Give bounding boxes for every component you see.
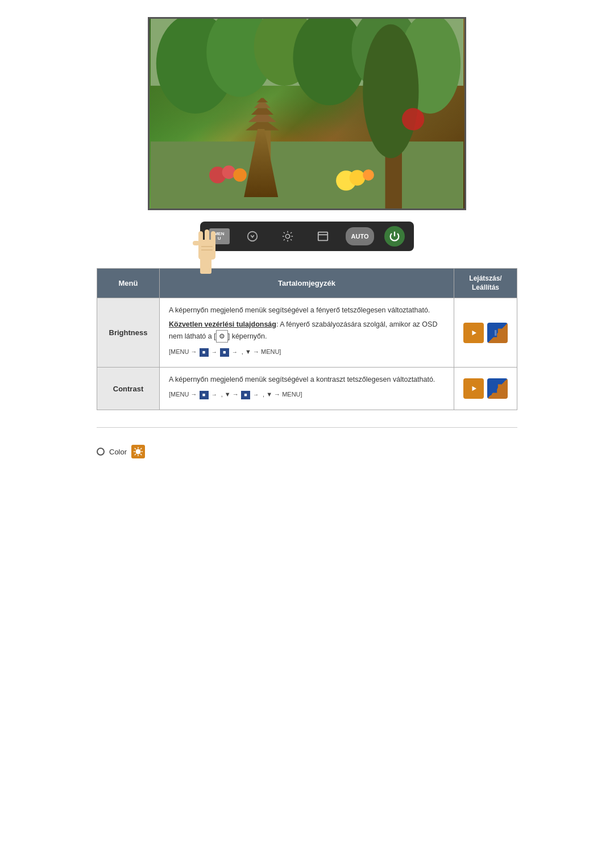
control-bar-section: MENU bbox=[148, 222, 466, 251]
window-button[interactable] bbox=[310, 227, 335, 245]
table-row-contrast: Contrast A képernyőn megjelenő menük seg… bbox=[97, 368, 517, 410]
svg-line-31 bbox=[291, 239, 292, 240]
svg-point-17 bbox=[350, 170, 366, 186]
svg-line-59 bbox=[140, 454, 142, 455]
svg-marker-10 bbox=[248, 115, 276, 122]
power-icon bbox=[388, 230, 401, 243]
control-bar: MENU bbox=[200, 222, 414, 251]
gear-symbol: ⚙ bbox=[216, 330, 228, 343]
window-icon bbox=[317, 230, 329, 243]
svg-rect-39 bbox=[211, 231, 215, 244]
monitor-image-section bbox=[148, 17, 466, 210]
color-radio-empty[interactable] bbox=[97, 448, 105, 456]
svg-point-21 bbox=[402, 108, 424, 130]
path-sq1: ■ bbox=[200, 348, 209, 357]
table-section: Menü Tartalomjegyzék Lejátszás/Leállítás… bbox=[97, 268, 517, 410]
svg-rect-38 bbox=[205, 229, 209, 243]
contrast-icon-group bbox=[463, 378, 508, 399]
svg-line-32 bbox=[283, 239, 284, 240]
brightness-path: [MENU → ■ → ■ → , ▼ → MENU] bbox=[169, 347, 445, 357]
color-label: Color bbox=[109, 448, 127, 456]
brightness-button[interactable] bbox=[275, 227, 300, 245]
svg-rect-52 bbox=[498, 385, 502, 393]
table-row-brightness: Brightness A képernyőn megjelenő menük s… bbox=[97, 298, 517, 368]
brightness-text-2: Közvetlen vezérlési tulajdonság: A fénye… bbox=[169, 319, 445, 343]
brightness-stop-icon[interactable] bbox=[487, 323, 508, 343]
svg-marker-13 bbox=[257, 98, 268, 102]
contrast-text-1: A képernyőn megjelenő menük segítségével… bbox=[169, 374, 445, 385]
hand-cursor bbox=[190, 228, 224, 274]
contrast-sq2: ■ bbox=[241, 391, 250, 400]
svg-line-58 bbox=[135, 448, 136, 449]
svg-point-23 bbox=[257, 178, 268, 189]
section-divider bbox=[97, 427, 517, 428]
stop-icon bbox=[492, 327, 503, 339]
svg-marker-12 bbox=[254, 102, 271, 108]
color-icon bbox=[131, 445, 145, 458]
svg-point-20 bbox=[363, 24, 418, 158]
svg-line-61 bbox=[135, 454, 136, 455]
table-header-menu: Menü bbox=[97, 269, 160, 298]
contrast-stop bbox=[492, 383, 503, 394]
contrast-play-icon[interactable] bbox=[463, 378, 484, 399]
svg-rect-48 bbox=[495, 330, 496, 336]
svg-rect-8 bbox=[260, 130, 271, 164]
contrast-path: [MENU → ■ → , ▼ → ■ → , ▼ → MENU] bbox=[169, 390, 445, 400]
svg-point-24 bbox=[247, 232, 257, 241]
contrast-label: Contrast bbox=[97, 368, 160, 410]
auto-button-label: AUTO bbox=[351, 233, 369, 240]
svg-rect-34 bbox=[318, 232, 327, 241]
svg-rect-41 bbox=[200, 258, 211, 274]
svg-marker-11 bbox=[251, 108, 273, 115]
svg-line-33 bbox=[291, 232, 292, 233]
svg-rect-47 bbox=[498, 328, 502, 337]
feature-table: Menü Tartalomjegyzék Lejátszás/Leállítás… bbox=[97, 268, 517, 410]
contrast-content: A képernyőn megjelenő menük segítségével… bbox=[160, 368, 454, 410]
color-sun-icon bbox=[133, 446, 143, 457]
auto-button[interactable]: AUTO bbox=[346, 227, 375, 245]
svg-point-25 bbox=[285, 234, 289, 238]
brightness-content: A képernyőn megjelenő menük segítségével… bbox=[160, 298, 454, 368]
svg-point-18 bbox=[363, 169, 374, 181]
contrast-actions bbox=[454, 368, 517, 410]
color-section: Color bbox=[97, 439, 517, 464]
brightness-actions bbox=[454, 298, 517, 368]
power-button[interactable] bbox=[384, 226, 405, 247]
svg-line-30 bbox=[283, 232, 284, 233]
brightness-icon bbox=[281, 230, 294, 243]
svg-line-60 bbox=[140, 448, 142, 449]
table-header-action: Lejátszás/Leállítás bbox=[454, 269, 517, 298]
svg-marker-9 bbox=[246, 122, 279, 131]
input-icon bbox=[246, 230, 259, 243]
brightness-text-1: A képernyőn megjelenő menük segítségével… bbox=[169, 305, 445, 316]
svg-rect-40 bbox=[193, 241, 200, 245]
svg-point-15 bbox=[222, 165, 236, 179]
brightness-label: Brightness bbox=[97, 298, 160, 368]
monitor-screen bbox=[148, 17, 466, 210]
svg-point-53 bbox=[136, 449, 141, 454]
svg-point-22 bbox=[233, 168, 247, 182]
svg-rect-51 bbox=[493, 385, 497, 393]
contrast-play-triangle bbox=[468, 383, 479, 394]
brightness-direct-control: Közvetlen vezérlési tulajdonság bbox=[169, 320, 276, 328]
path-sq2: ■ bbox=[220, 348, 229, 357]
brightness-icon-group bbox=[463, 323, 508, 343]
contrast-sq1: ■ bbox=[200, 391, 209, 400]
play-triangle-icon bbox=[468, 327, 479, 339]
contrast-stop-icon[interactable] bbox=[487, 378, 508, 399]
svg-rect-7 bbox=[151, 141, 463, 208]
input-button[interactable] bbox=[240, 227, 265, 245]
brightness-play-icon[interactable] bbox=[463, 323, 484, 343]
